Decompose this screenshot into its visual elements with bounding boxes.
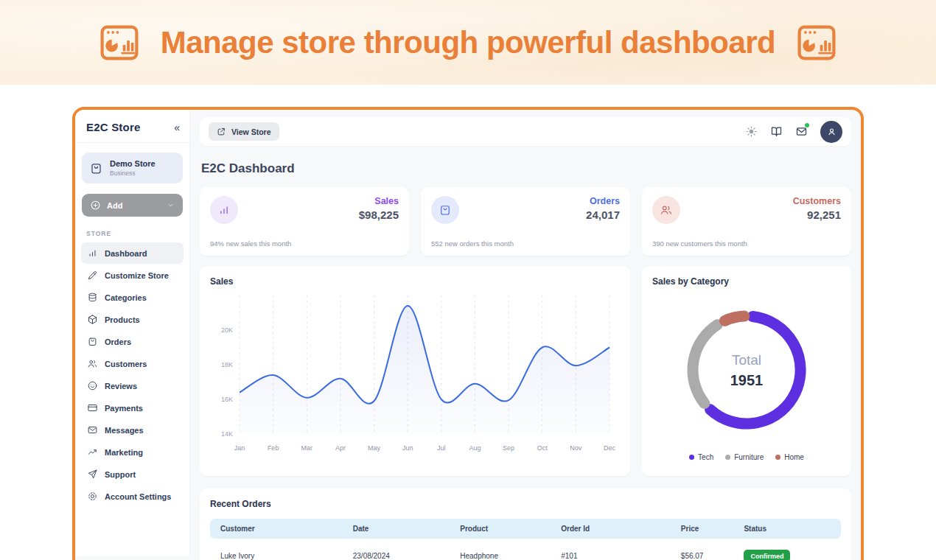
legend-dot [689, 455, 694, 460]
stat-value: $98,225 [359, 209, 399, 221]
legend-item-furniture: Furniture [725, 453, 764, 461]
sidebar-item-label: Customers [105, 360, 147, 368]
sales-line-chart: 14K16K18K20KJanFebMarAprMayJunJulAugSepO… [210, 287, 620, 468]
view-store-button[interactable]: View Store [209, 122, 279, 141]
column-header: Customer [210, 519, 343, 539]
sidebar-item-dashboard[interactable]: Dashboard [81, 242, 184, 264]
svg-text:1951: 1951 [730, 372, 764, 388]
svg-text:Jan: Jan [234, 444, 245, 452]
users-icon [652, 196, 680, 224]
sidebar-menu: DashboardCustomize StoreCategoriesProduc… [75, 242, 189, 508]
sidebar-item-categories[interactable]: Categories [81, 287, 184, 308]
store-type: Business [110, 169, 156, 177]
sidebar-item-label: Marketing [105, 448, 143, 457]
stat-card-customers: Customers92,251390 new customers this mo… [642, 187, 851, 256]
sidebar-item-label: Dashboard [105, 249, 147, 258]
brand-title: E2C Store [86, 121, 141, 133]
store-selector[interactable]: Demo Store Business [82, 153, 183, 183]
recent-orders-card: Recent Orders CustomerDateProductOrder I… [200, 489, 851, 560]
sidebar-item-customers[interactable]: Customers [81, 353, 184, 374]
legend-label: Home [784, 453, 804, 461]
charts-row: Sales 14K16K18K20KJanFebMarAprMayJunJulA… [200, 266, 851, 476]
legend-item-home: Home [775, 453, 804, 461]
view-store-label: View Store [231, 127, 271, 136]
gear-icon [87, 491, 98, 502]
main-area: View Store E2C Dashboard Sales$98,225 [190, 110, 861, 560]
stat-label: Sales [359, 196, 399, 206]
sidebar-item-payments[interactable]: Payments [81, 397, 184, 419]
legend-item-tech: Tech [689, 453, 713, 461]
svg-text:Total: Total [732, 352, 761, 368]
sidebar-item-orders[interactable]: Orders [81, 331, 184, 352]
orders-table: CustomerDateProductOrder IdPriceStatusLu… [210, 519, 841, 560]
bar-chart-icon [87, 248, 98, 259]
svg-text:Nov: Nov [570, 444, 582, 452]
dashboard-window-icon [100, 25, 139, 60]
sidebar-item-label: Reviews [105, 382, 137, 391]
sidebar-item-support[interactable]: Support [81, 463, 184, 485]
category-donut-chart: Total1951 [652, 287, 841, 453]
svg-text:20K: 20K [221, 326, 233, 334]
status-badge: Confirmed [744, 550, 790, 560]
store-name: Demo Store [110, 159, 156, 168]
bar-chart-icon [210, 196, 238, 224]
svg-text:May: May [368, 444, 381, 452]
theme-toggle-icon[interactable] [745, 125, 758, 138]
svg-text:Jun: Jun [402, 444, 413, 452]
sidebar-item-products[interactable]: Products [81, 309, 184, 330]
category-chart-title: Sales by Category [652, 276, 841, 287]
donut-legend: TechFurnitureHome [652, 453, 841, 466]
stat-value: 24,017 [586, 209, 620, 221]
add-button[interactable]: Add [82, 194, 183, 217]
svg-text:Jul: Jul [437, 444, 446, 452]
svg-text:Sep: Sep [503, 444, 514, 452]
users-icon [87, 358, 98, 369]
shopping-bag-icon [431, 196, 459, 224]
svg-text:Apr: Apr [335, 444, 346, 452]
orders-table-header: CustomerDateProductOrder IdPriceStatus [210, 519, 841, 539]
paper-plane-icon [87, 469, 98, 480]
svg-text:14K: 14K [221, 430, 233, 438]
avatar[interactable] [820, 121, 842, 143]
sidebar: E2C Store « Demo Store Business Add STOR… [75, 110, 190, 556]
sidebar-item-customize-store[interactable]: Customize Store [81, 265, 184, 286]
stat-card-orders: Orders24,017552 new orders this month [421, 187, 630, 256]
shopping-bag-icon [87, 336, 98, 347]
sidebar-item-label: Customize Store [105, 271, 169, 280]
table-row[interactable]: Luke Ivory23/08/2024Headphone#101$56.07C… [210, 539, 841, 560]
cell-price: $56.07 [671, 541, 734, 560]
sidebar-item-label: Products [105, 315, 140, 324]
svg-text:Aug: Aug [469, 444, 481, 452]
sidebar-item-reviews[interactable]: Reviews [81, 375, 184, 396]
category-chart-card: Sales by Category Total1951 TechFurnitur… [642, 266, 851, 476]
stats-row: Sales$98,22594% new sales this monthOrde… [200, 187, 851, 256]
topbar: View Store [200, 117, 851, 146]
sidebar-item-account-settings[interactable]: Account Settings [81, 486, 184, 507]
dashboard-frame: E2C Store « Demo Store Business Add STOR… [72, 107, 864, 560]
credit-card-icon [87, 402, 98, 413]
sidebar-item-marketing[interactable]: Marketing [81, 441, 184, 463]
sales-chart-title: Sales [210, 276, 620, 287]
sidebar-header: E2C Store « [75, 110, 189, 143]
cell-order-id: #101 [551, 541, 671, 560]
recent-orders-title: Recent Orders [210, 499, 841, 509]
collapse-sidebar-button[interactable]: « [174, 122, 180, 133]
mail-icon[interactable] [795, 125, 808, 138]
promo-banner: Manage store through powerful dashboard [0, 0, 936, 85]
legend-label: Tech [698, 453, 713, 461]
sidebar-item-messages[interactable]: Messages [81, 419, 184, 441]
column-header: Date [343, 519, 450, 539]
svg-text:Oct: Oct [537, 444, 548, 452]
docs-book-icon[interactable] [770, 125, 783, 138]
sidebar-item-label: Orders [105, 337, 131, 346]
stat-note: 390 new customers this month [652, 239, 747, 248]
svg-text:Mar: Mar [301, 444, 313, 452]
stack-icon [87, 292, 98, 303]
svg-text:Dec: Dec [604, 444, 616, 452]
svg-text:Feb: Feb [268, 444, 279, 452]
svg-text:18K: 18K [221, 361, 233, 368]
cell-date: 23/08/2024 [343, 541, 450, 560]
legend-dot [775, 455, 780, 460]
stat-value: 92,251 [793, 209, 841, 221]
plus-circle-icon [90, 200, 101, 211]
